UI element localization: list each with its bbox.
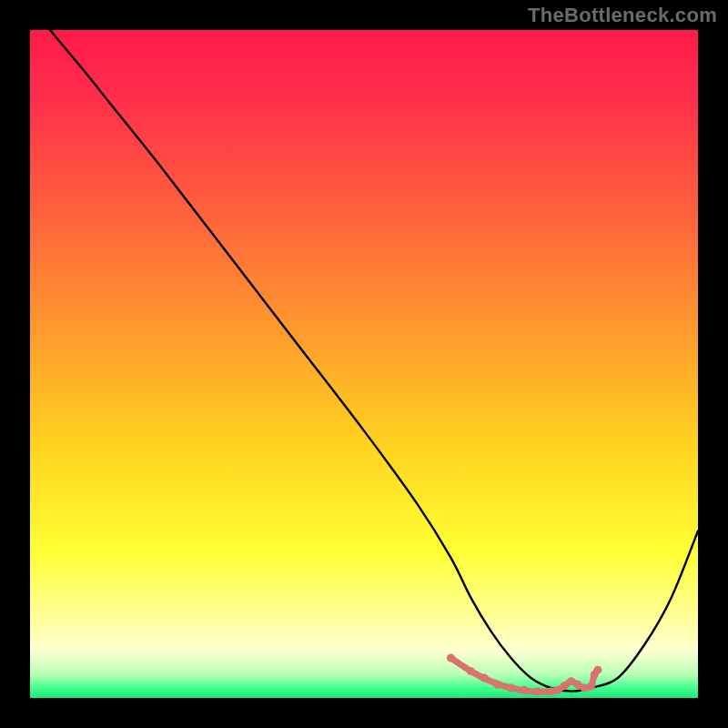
highlight-dot — [447, 653, 455, 662]
highlight-dot — [533, 687, 541, 695]
highlight-dot — [480, 673, 489, 682]
highlight-dot — [561, 682, 569, 690]
gradient-background — [30, 30, 698, 698]
highlight-dot — [587, 682, 595, 690]
highlight-dot — [593, 666, 602, 674]
highlight-dot — [507, 683, 515, 692]
highlight-dot — [467, 667, 475, 675]
chart-svg — [30, 30, 698, 698]
watermark-text: TheBottleneck.com — [528, 4, 717, 27]
highlight-dot — [493, 681, 501, 689]
plot-area — [30, 30, 698, 698]
chart-frame: TheBottleneck.com — [0, 0, 728, 728]
highlight-dot — [521, 686, 529, 694]
